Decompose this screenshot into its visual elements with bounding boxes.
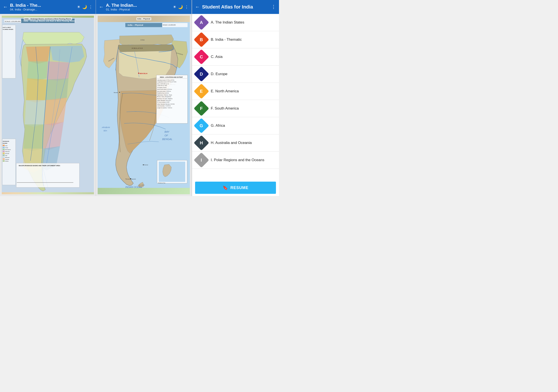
svg-text:OF: OF [165,134,168,137]
svg-text:DRAINAGE: DRAINAGE [3,141,9,142]
svg-text:Indus: Indus [5,145,8,146]
svg-text:INDIA : LOCATION AND EXTENT: INDIA : LOCATION AND EXTENT [160,77,183,78]
atlas-item-a[interactable]: A A. The Indian States [192,14,279,31]
svg-text:Latitudinal extent: 8°4'N to 3: Latitudinal extent: 8°4'N to 37°6'N [157,79,174,81]
atlas-item-label-d: D. Europe [211,72,276,76]
svg-text:Myanmar, Sri Lanka, Maldives: Myanmar, Sri Lanka, Maldives [157,98,173,99]
atlas-item-label-g: G. Africa [211,123,276,128]
svg-rect-30 [3,154,5,156]
atlas-title: Student Atlas for India [202,4,269,10]
left-back-button[interactable]: ← [3,4,8,10]
diamond-a: A [194,15,209,30]
svg-text:Krishna: Krishna [5,161,9,162]
svg-rect-32 [3,158,5,160]
svg-text:Chennai: Chennai [144,164,148,165]
diamond-letter-b: B [200,37,203,42]
svg-text:H I M A L A Y A S: H I M A L A Y A S [132,47,143,49]
atlas-item-i[interactable]: I I. Polar Regions and the Oceans [192,152,279,169]
svg-text:ARABIAN: ARABIAN [102,126,110,128]
svg-rect-31 [3,156,5,158]
left-header-icons: ☀ 🌙 ⋮ [77,5,93,9]
svg-rect-33 [3,160,5,162]
atlas-item-d[interactable]: D D. Europe [192,66,279,83]
atlas-item-c[interactable]: C C. Asia [192,48,279,66]
svg-text:Neighbouring countries:: Neighbouring countries: [157,92,169,94]
right-map: India – Physical SCALE 1:14,000,000 PAKI… [98,16,190,194]
svg-rect-29 [3,153,5,154]
atlas-item-label-a: A. The Indian States [211,20,276,25]
svg-rect-27 [3,149,5,150]
middle-panel-header: ← A. The Indian... 01. India - Physical … [96,0,192,14]
middle-panel-content: India – Physical SCALE 1:14,000,000 PAKI… [96,14,192,196]
atlas-item-label-b: B. India - Thematic [211,37,276,42]
svg-text:Length of coastline: 7,516 km: Length of coastline: 7,516 km [157,107,172,109]
svg-text:Godavari: Godavari [5,159,9,160]
atlas-icon-e: E [195,85,208,98]
left-panel: ← B. India - The... 04. India - Drainage… [0,0,96,196]
atlas-more-icon[interactable]: ⋮ [271,4,276,10]
middle-sun-icon[interactable]: ☀ [173,5,176,9]
svg-rect-25 [3,145,5,146]
svg-text:North-south extent: 3,214 km: North-south extent: 3,214 km [157,89,172,90]
middle-panel: ← A. The Indian... 01. India - Physical … [96,0,192,196]
middle-more-icon[interactable]: ⋮ [185,5,189,9]
atlas-list: A A. The Indian States B B. India - Them… [192,14,279,179]
diamond-letter-d: D [200,71,203,77]
middle-back-button[interactable]: ← [99,4,104,10]
middle-panel-subtitle: 01. India - Physical [106,8,171,11]
left-panel-content: SCALE 1:20,000,000 India – Drainage Basi… [0,14,96,196]
svg-text:India – Physical: India – Physical [128,24,143,26]
svg-text:Narmada: Narmada [5,153,9,154]
svg-text:Andaman Sea: Andaman Sea [158,182,165,184]
svg-text:Land boundary: 15,200 km: Land boundary: 15,200 km [157,105,171,106]
diamond-letter-a: A [200,20,203,25]
left-header-text: B. India - The... 04. India - Drainage..… [10,3,75,11]
svg-text:BASINS: BASINS [3,143,7,144]
svg-text:Longitudinal extent: 68°7'E to: Longitudinal extent: 68°7'E to 97°25'E [157,81,176,83]
svg-point-58 [138,73,139,74]
svg-rect-26 [3,146,5,148]
atlas-icon-b: B [195,33,208,46]
diamond-e: E [194,84,209,99]
left-moon-icon[interactable]: 🌙 [82,5,87,9]
diamond-letter-g: G [200,123,203,128]
atlas-item-b[interactable]: B B. India - Thematic [192,31,279,48]
svg-text:East-west extent: 2,933 km: East-west extent: 2,933 km [157,91,171,92]
svg-text:Mahanadi: Mahanadi [5,157,9,158]
atlas-item-f[interactable]: F F. South America [192,100,279,117]
atlas-icon-c: C [195,51,208,63]
diamond-i: I [194,153,209,168]
atlas-back-button[interactable]: ← [195,4,200,10]
svg-rect-5 [2,25,16,78]
resume-button[interactable]: 🔖 RESUME [195,182,276,194]
svg-text:Sabarmati: Sabarmati [5,151,9,152]
middle-moon-icon[interactable]: 🌙 [178,5,183,9]
diamond-h: H [194,135,209,151]
svg-text:Brahmaputra: Brahmaputra [5,149,11,150]
atlas-item-label-c: C. Asia [211,55,276,59]
diamond-c: C [194,49,209,65]
atlas-item-h[interactable]: H H. Australia and Oceania [192,134,279,152]
diamond-letter-e: E [200,89,203,94]
atlas-item-label-f: F. South America [211,106,276,111]
left-map-svg: SCALE 1:20,000,000 India – Drainage Basi… [2,16,94,194]
svg-text:Indian Standard Time (IST):: Indian Standard Time (IST): [157,100,171,101]
svg-text:7th largest country: 7th largest country [157,87,167,88]
svg-text:1,269,219 sq. miles: 1,269,219 sq. miles [157,85,167,86]
left-panel-header: ← B. India - The... 04. India - Drainage… [0,0,96,14]
atlas-item-label-i: I. Polar Regions and the Oceans [211,158,276,162]
bookmark-icon: 🔖 [223,185,228,190]
atlas-item-g[interactable]: G G. Africa [192,117,279,134]
svg-text:Indian Standard Meridian: 82°3: Indian Standard Meridian: 82°30'E [157,103,175,105]
left-sun-icon[interactable]: ☀ [77,5,80,9]
diamond-letter-c: C [200,54,203,59]
diamond-d: D [194,66,209,82]
svg-text:SEA: SEA [103,130,107,132]
atlas-item-label-e: E. North America [211,89,276,94]
atlas-item-e[interactable]: E E. North America [192,83,279,100]
svg-text:SCALE 1:14,000,000: SCALE 1:14,000,000 [163,24,176,26]
svg-point-64 [119,92,120,93]
svg-text:FLOWING RIVERS: FLOWING RIVERS [3,29,13,30]
resume-label: RESUME [230,186,248,190]
left-more-icon[interactable]: ⋮ [89,5,93,9]
